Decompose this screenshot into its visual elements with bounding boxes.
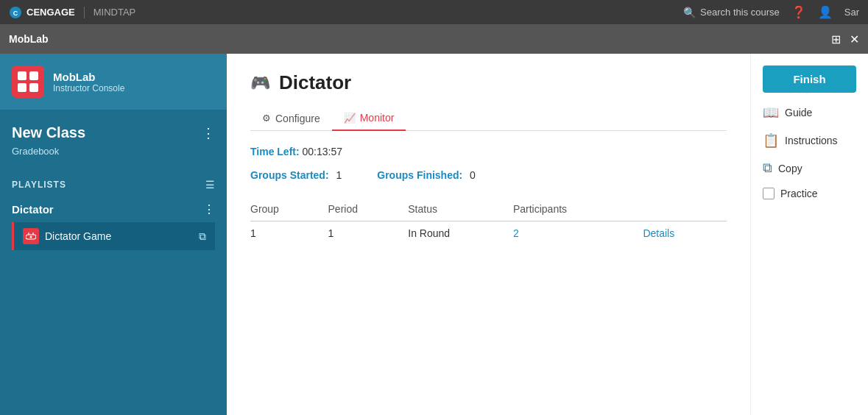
user-name: Sar xyxy=(844,7,859,18)
svg-text:C: C xyxy=(13,10,18,17)
top-nav-left: C CENGAGE MINDTAP xyxy=(9,6,135,19)
top-nav-right: 🔍 Search this course ❓ 👤 Sar xyxy=(683,5,859,19)
mindtap-label: MINDTAP xyxy=(93,7,136,18)
search-icon: 🔍 xyxy=(683,7,696,18)
search-box[interactable]: 🔍 Search this course xyxy=(683,7,780,18)
cengage-logo: C CENGAGE MINDTAP xyxy=(9,6,135,19)
search-placeholder: Search this course xyxy=(700,7,780,18)
user-icon[interactable]: 👤 xyxy=(818,5,833,19)
cengage-logo-icon: C xyxy=(9,6,22,19)
help-icon[interactable]: ❓ xyxy=(791,5,806,19)
cengage-label: CENGAGE xyxy=(27,7,75,18)
top-nav: C CENGAGE MINDTAP 🔍 Search this course ❓… xyxy=(0,0,868,24)
nav-divider xyxy=(84,7,85,18)
